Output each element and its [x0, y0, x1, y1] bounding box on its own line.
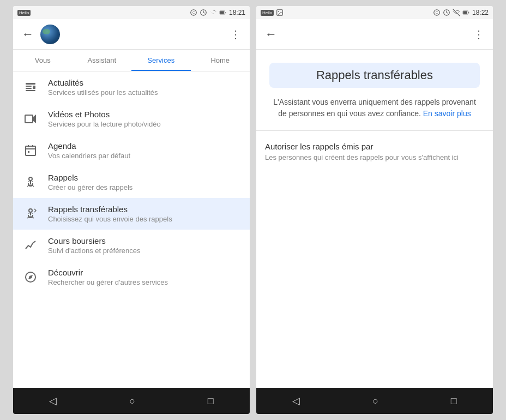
status-bar-right: Hello C 18:22 [256, 6, 493, 19]
rappels-subtitle: Créer ou gérer des rappels [48, 183, 241, 191]
decouvrir-subtitle: Rechercher ou gérer d'autres services [48, 278, 241, 286]
tab-services[interactable]: Services [131, 50, 191, 71]
rappels-transferables-subtitle: Choisissez qui vous envoie des rappels [48, 215, 241, 223]
status-bar-left: Hello C 18:21 [13, 6, 250, 19]
svg-rect-32 [463, 11, 467, 14]
wifi-icon [209, 9, 217, 16]
svg-text:C: C [192, 11, 195, 14]
hello-badge-left: Hello [17, 10, 31, 16]
back-button-left[interactable]: ← [22, 28, 34, 40]
decouvrir-title: Découvrir [48, 268, 241, 277]
agenda-subtitle: Vos calendriers par défaut [48, 152, 241, 160]
rappels-transferables-text: Rappels transférables Choisissez qui vou… [48, 205, 241, 223]
hero-title-wrapper: Rappels transférables [269, 63, 480, 88]
avatar-left [40, 25, 60, 44]
wifi-off-icon [453, 9, 460, 16]
cours-title: Cours boursiers [48, 236, 241, 245]
nav-back-left[interactable]: ◁ [49, 395, 57, 407]
svg-rect-4 [220, 11, 224, 14]
agenda-text: Agenda Vos calendriers par défaut [48, 141, 241, 160]
right-phone: Hello C 18:22 ← ⋮ Rappels transférables [256, 6, 493, 414]
calendar-icon [22, 142, 39, 159]
list-item-decouvrir[interactable]: Découvrir Rechercher ou gérer d'autres s… [13, 261, 250, 293]
videos-text: Vidéos et Photos Services pour la lectur… [48, 110, 241, 128]
hello-badge-right: Hello [261, 10, 274, 16]
discover-icon [22, 268, 39, 286]
svg-rect-16 [28, 151, 29, 153]
image-badge-right [276, 9, 284, 16]
more-menu-right[interactable]: ⋮ [473, 28, 484, 41]
list-item-actualites[interactable]: Actualités Services utilisés pour les ac… [13, 71, 250, 103]
list-item-rappels[interactable]: Rappels Créer ou gérer des rappels [13, 166, 250, 198]
tab-vous[interactable]: Vous [13, 50, 73, 71]
cours-text: Cours boursiers Suivi d'actions et préfé… [48, 236, 241, 255]
back-button-right[interactable]: ← [265, 28, 277, 40]
actualites-title: Actualités [48, 78, 241, 87]
tab-assistant[interactable]: Assistant [73, 50, 132, 71]
left-phone: Hello C 18:21 ← ⋮ Vous Assistant Service… [13, 6, 250, 414]
svg-rect-9 [26, 90, 35, 91]
agenda-title: Agenda [48, 141, 241, 151]
time-right: 18:22 [472, 9, 489, 16]
battery-icon [219, 9, 227, 16]
videos-title: Vidéos et Photos [48, 110, 241, 119]
nav-home-right[interactable]: ○ [372, 395, 378, 407]
hero-title: Rappels transférables [278, 68, 471, 82]
cours-subtitle: Suivi d'actions et préférences [48, 247, 241, 255]
nav-recent-left[interactable]: □ [208, 395, 214, 407]
svg-point-22 [32, 213, 33, 214]
nav-bar-left: ◁ ○ □ [13, 388, 250, 414]
clock-icon-right [443, 9, 450, 16]
nav-back-right[interactable]: ◁ [292, 395, 300, 407]
clock-icon [200, 9, 207, 16]
stocks-icon [22, 237, 39, 254]
actualites-text: Actualités Services utilisés pour les ac… [48, 78, 241, 97]
hero-section: Rappels transférables L'Assistant vous e… [256, 50, 493, 131]
svg-rect-6 [26, 86, 32, 87]
rappels-text: Rappels Créer ou gérer des rappels [48, 173, 241, 191]
app-bar-left: ← ⋮ [13, 19, 250, 50]
services-list: Actualités Services utilisés pour les ac… [13, 71, 250, 388]
svg-point-21 [28, 213, 29, 214]
svg-point-26 [278, 11, 279, 12]
app-bar-right: ← ⋮ [256, 19, 493, 50]
list-item-videos[interactable]: Vidéos et Photos Services pour la lectur… [13, 103, 250, 135]
right-content: Rappels transférables L'Assistant vous e… [256, 50, 493, 388]
svg-point-19 [32, 181, 33, 182]
copyright-icon-right: C [433, 9, 441, 16]
reminder-transfer-icon [22, 205, 39, 223]
section-title: Autoriser les rappels émis par [265, 142, 484, 151]
nav-home-left[interactable]: ○ [129, 395, 135, 407]
time-left: 18:21 [229, 9, 245, 16]
news-icon [22, 79, 39, 96]
copyright-icon: C [190, 9, 197, 16]
actualites-subtitle: Services utilisés pour les actualités [48, 88, 241, 97]
section-subtitle: Les personnes qui créent des rappels pou… [265, 153, 484, 161]
svg-rect-5 [26, 83, 35, 85]
svg-point-17 [29, 177, 32, 181]
video-icon [22, 110, 39, 128]
tabs-left: Vous Assistant Services Home [13, 50, 250, 71]
svg-text:C: C [436, 11, 438, 14]
svg-point-20 [29, 209, 32, 212]
videos-subtitle: Services pour la lecture photo/vidéo [48, 120, 241, 128]
more-menu-left[interactable]: ⋮ [230, 28, 241, 41]
svg-point-18 [28, 181, 29, 182]
reminder-icon [22, 173, 39, 191]
list-item-rappels-transferables[interactable]: Rappels transférables Choisissez qui vou… [13, 198, 250, 230]
svg-marker-24 [28, 275, 33, 279]
section-header: Autoriser les rappels émis par Les perso… [256, 131, 493, 166]
nav-bar-right: ◁ ○ □ [256, 388, 493, 414]
battery-icon-right [462, 9, 470, 16]
rappels-title: Rappels [48, 173, 241, 182]
decouvrir-text: Découvrir Rechercher ou gérer d'autres s… [48, 268, 241, 286]
tab-home[interactable]: Home [191, 50, 250, 71]
nav-recent-right[interactable]: □ [451, 395, 457, 407]
hero-link[interactable]: En savoir plus [423, 109, 471, 118]
svg-rect-10 [25, 115, 33, 123]
list-item-agenda[interactable]: Agenda Vos calendriers par défaut [13, 135, 250, 166]
hero-description: L'Assistant vous enverra uniquement des … [269, 97, 480, 119]
svg-rect-7 [26, 88, 32, 89]
list-item-cours[interactable]: Cours boursiers Suivi d'actions et préfé… [13, 230, 250, 261]
rappels-transferables-title: Rappels transférables [48, 205, 241, 214]
